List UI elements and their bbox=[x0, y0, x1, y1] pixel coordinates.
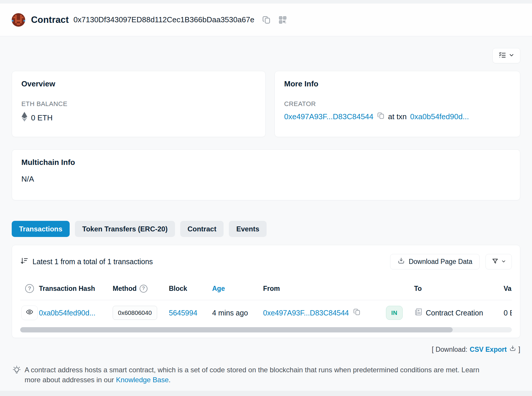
overview-card-title: Overview bbox=[21, 79, 256, 88]
main-content: Overview ETH BALANCE 0 ETH More Info CRE… bbox=[0, 48, 532, 385]
horizontal-scrollbar[interactable] bbox=[20, 327, 512, 332]
checklist-icon bbox=[499, 51, 506, 60]
qr-code-button[interactable] bbox=[278, 16, 287, 24]
tx-preview-button[interactable] bbox=[21, 305, 38, 320]
creator-label: CREATOR bbox=[284, 100, 511, 108]
transactions-card: Latest 1 from a total of 1 transactions … bbox=[12, 245, 520, 338]
chevron-down-icon bbox=[509, 52, 514, 59]
page-title: Contract bbox=[31, 15, 69, 25]
method-help-icon[interactable]: ? bbox=[140, 285, 147, 293]
sort-icon bbox=[20, 257, 28, 267]
qr-code-icon bbox=[278, 16, 287, 24]
contract-description: A contract address hosts a smart contrac… bbox=[25, 365, 487, 385]
csv-export-suffix: ] bbox=[519, 346, 520, 354]
col-header-from: From bbox=[263, 285, 386, 293]
creator-address-link[interactable]: 0xe497A93F...D83C84544 bbox=[284, 112, 373, 121]
tx-value: 0 ETH bbox=[504, 309, 512, 317]
creation-txn-link[interactable]: 0xa0b54fed90d... bbox=[410, 112, 469, 121]
knowledge-base-link[interactable]: Knowledge Base bbox=[116, 376, 169, 384]
eth-balance-label: ETH BALANCE bbox=[21, 100, 256, 108]
table-help-icon[interactable]: ? bbox=[25, 284, 34, 293]
transactions-summary: Latest 1 from a total of 1 transactions bbox=[32, 257, 153, 266]
contract-creation-icon bbox=[414, 308, 423, 318]
download-page-data-button[interactable]: Download Page Data bbox=[390, 254, 480, 269]
tab-contract[interactable]: Contract bbox=[180, 221, 224, 237]
to-value: Contract Creation bbox=[426, 309, 483, 317]
download-page-data-label: Download Page Data bbox=[409, 258, 472, 266]
eye-icon bbox=[26, 308, 33, 318]
at-txn-label: at txn bbox=[388, 112, 407, 121]
view-options-button[interactable] bbox=[492, 48, 520, 63]
col-header-age-toggle[interactable]: Age bbox=[212, 285, 263, 293]
footer-section-edge bbox=[0, 391, 532, 396]
col-header-block: Block bbox=[169, 285, 212, 293]
contract-identicon bbox=[12, 13, 25, 27]
eth-icon bbox=[21, 112, 28, 124]
note-text: A contract address hosts a smart contrac… bbox=[25, 366, 479, 384]
col-header-value: Value bbox=[504, 285, 512, 293]
scrollbar-thumb[interactable] bbox=[20, 327, 453, 332]
from-address-link[interactable]: 0xe497A93F...D83C84544 bbox=[263, 309, 349, 317]
tab-events[interactable]: Events bbox=[229, 221, 267, 237]
col-header-hash: Transaction Hash bbox=[39, 285, 113, 293]
chevron-down-icon bbox=[501, 259, 506, 265]
table-row: 0xa0b54fed90d... 0x60806040 5645994 4 mi… bbox=[20, 300, 512, 327]
more-info-card-title: More Info bbox=[284, 79, 511, 88]
overview-card: Overview ETH BALANCE 0 ETH bbox=[12, 71, 266, 137]
csv-export-prefix: [ Download: bbox=[432, 346, 467, 354]
contract-address: 0x7130Df343097ED88d112Cec1B366bDaa3530a6… bbox=[73, 15, 254, 24]
multichain-card-title: Multichain Info bbox=[21, 158, 511, 167]
multichain-value: N/A bbox=[21, 175, 511, 184]
tab-token-transfers[interactable]: Token Transfers (ERC-20) bbox=[75, 221, 175, 237]
tab-transactions[interactable]: Transactions bbox=[12, 221, 70, 237]
tab-bar: Transactions Token Transfers (ERC-20) Co… bbox=[12, 221, 520, 237]
funnel-icon bbox=[492, 258, 499, 266]
copy-address-button[interactable] bbox=[262, 16, 271, 24]
col-header-method: Method bbox=[113, 285, 137, 293]
transactions-table: ? Transaction Hash Method ? Block Age Fr… bbox=[20, 278, 512, 327]
table-header-row: ? Transaction Hash Method ? Block Age Fr… bbox=[20, 278, 512, 300]
note-period: . bbox=[169, 376, 171, 384]
csv-download-icon[interactable] bbox=[509, 345, 516, 354]
csv-export-link[interactable]: CSV Export bbox=[470, 346, 507, 354]
lightbulb-icon bbox=[12, 366, 21, 385]
method-badge[interactable]: 0x60806040 bbox=[113, 306, 157, 320]
browser-edge-strip bbox=[0, 0, 532, 4]
page-header: Contract 0x7130Df343097ED88d112Cec1B366b… bbox=[0, 4, 532, 36]
more-info-card: More Info CREATOR 0xe497A93F...D83C84544… bbox=[274, 71, 520, 137]
tx-hash-link[interactable]: 0xa0b54fed90d... bbox=[39, 309, 95, 317]
direction-badge: IN bbox=[386, 306, 403, 320]
copy-from-icon[interactable] bbox=[353, 308, 361, 318]
copy-icon bbox=[262, 16, 271, 24]
multichain-card: Multichain Info N/A bbox=[12, 149, 520, 200]
col-header-to: To bbox=[414, 285, 504, 293]
download-icon bbox=[397, 257, 405, 267]
eth-balance-value: 0 ETH bbox=[31, 113, 53, 122]
filter-button[interactable] bbox=[485, 254, 512, 269]
copy-creator-icon[interactable] bbox=[377, 112, 385, 122]
tx-age: 4 mins ago bbox=[212, 309, 263, 317]
block-link[interactable]: 5645994 bbox=[169, 309, 197, 317]
